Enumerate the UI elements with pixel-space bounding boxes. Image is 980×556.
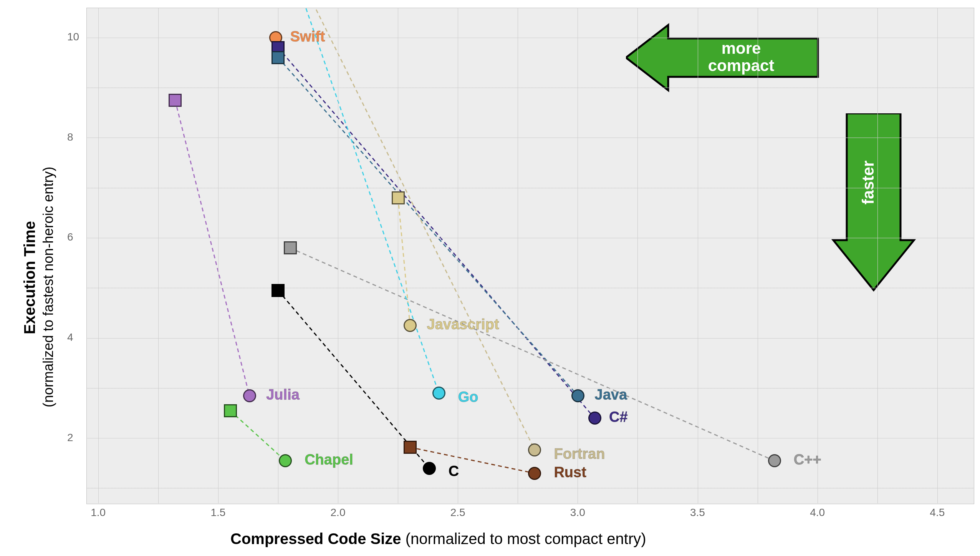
- marker-circle: [432, 387, 445, 400]
- x-axis-title-sub: (normalized to most compact entry): [406, 530, 646, 547]
- x-tick-label: 2.5: [450, 506, 465, 519]
- chart-root: Execution Time (normalized to fastest no…: [0, 0, 980, 556]
- marker-square: [392, 191, 405, 204]
- marker-circle: [588, 412, 601, 425]
- marker-circle: [571, 389, 584, 402]
- arrow-faster: faster: [829, 113, 918, 295]
- arrow-compact-line1: more: [722, 39, 761, 57]
- y-tick-label: 8: [67, 131, 73, 143]
- y-axis-title: Execution Time: [21, 221, 38, 334]
- marker-square: [224, 404, 237, 417]
- marker-circle: [423, 462, 436, 475]
- x-tick-label: 2.0: [331, 506, 346, 519]
- marker-square: [284, 241, 297, 254]
- marker-square: [404, 441, 417, 454]
- marker-circle: [528, 443, 541, 456]
- x-tick-label: 1.0: [91, 506, 106, 519]
- marker-square: [169, 94, 182, 107]
- marker-circle: [404, 319, 417, 332]
- marker-circle: [243, 389, 256, 402]
- arrow-compact-line2: compact: [708, 56, 775, 75]
- x-tick-label: 4.5: [930, 506, 945, 519]
- y-tick-label: 6: [67, 231, 73, 243]
- marker-square: [271, 51, 285, 64]
- arrow-more-compact: more compact: [626, 21, 826, 96]
- y-axis-subtitle: (normalized to fastest non-heroic entry): [40, 167, 56, 407]
- x-tick-label: 4.0: [810, 506, 825, 519]
- y-tick-label: 10: [67, 31, 79, 43]
- y-tick-label: 4: [67, 331, 73, 344]
- x-tick-label: 3.0: [570, 506, 585, 519]
- y-tick-label: 2: [67, 432, 73, 444]
- x-tick-label: 3.5: [690, 506, 705, 519]
- x-tick-label: 1.5: [210, 506, 225, 519]
- arrow-faster-text: faster: [859, 161, 877, 204]
- x-axis-title-main: Compressed Code Size: [230, 530, 401, 547]
- marker-square: [271, 284, 285, 297]
- marker-circle: [768, 454, 781, 467]
- x-axis-title: Compressed Code Size (normalized to most…: [230, 530, 646, 548]
